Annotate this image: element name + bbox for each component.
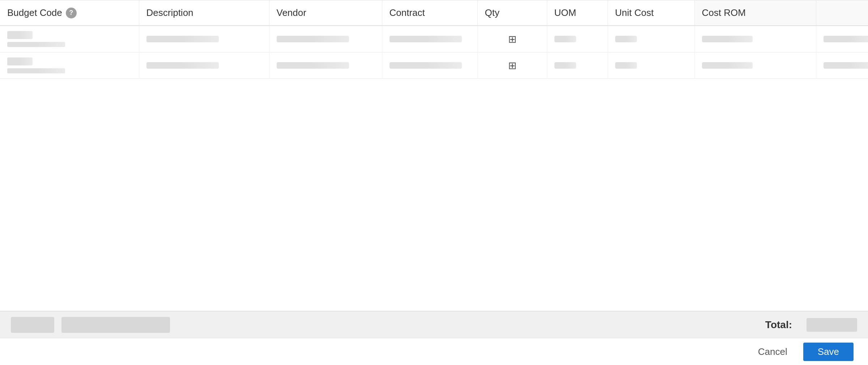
calculator-icon-2[interactable]: ⊞ xyxy=(485,60,540,72)
cell-description-1 xyxy=(139,26,269,52)
cell-qty-val-1 xyxy=(547,26,608,52)
cell-unit-cost-2 xyxy=(694,52,816,79)
skeleton-description-2 xyxy=(146,62,219,69)
bottom-total-bar: Total: xyxy=(0,311,868,338)
col-header-contract: Contract xyxy=(382,0,477,26)
total-value-placeholder xyxy=(807,318,857,332)
skeleton-contract-1 xyxy=(390,36,462,42)
col-header-budget: Budget Code ? xyxy=(0,0,139,26)
cell-contract-2 xyxy=(382,52,477,79)
table-container: Budget Code ? Description Vendor Contrac… xyxy=(0,0,868,311)
cell-description-2 xyxy=(139,52,269,79)
skeleton-budget-tag-1 xyxy=(7,31,33,39)
skeleton-qty-2 xyxy=(554,62,576,69)
col-header-qty: Qty xyxy=(477,0,547,26)
skeleton-description-1 xyxy=(146,36,219,42)
skeleton-unit-cost-1 xyxy=(702,36,753,42)
col-header-description: Description xyxy=(139,0,269,26)
cell-contract-1 xyxy=(382,26,477,52)
skeleton-unit-cost-2 xyxy=(702,62,753,69)
bottom-placeholder-btn-2[interactable] xyxy=(61,317,170,333)
cell-cost-rom-1 xyxy=(816,26,868,52)
cell-unit-cost-1 xyxy=(694,26,816,52)
save-button[interactable]: Save xyxy=(803,343,854,361)
cell-uom-1 xyxy=(608,26,694,52)
skeleton-budget-tag-2 xyxy=(7,57,33,65)
cancel-button[interactable]: Cancel xyxy=(749,343,796,361)
total-label: Total: xyxy=(765,319,792,331)
skeleton-vendor-2 xyxy=(277,62,349,69)
cell-budget-2 xyxy=(0,52,139,79)
calculator-icon-1[interactable]: ⊞ xyxy=(485,33,540,45)
cell-qty-1[interactable]: ⊞ xyxy=(477,26,547,52)
skeleton-uom-1 xyxy=(615,36,637,42)
cell-qty-val-2 xyxy=(547,52,608,79)
table-header-row: Budget Code ? Description Vendor Contrac… xyxy=(0,0,868,26)
main-table: Budget Code ? Description Vendor Contrac… xyxy=(0,0,868,79)
cell-vendor-2 xyxy=(269,52,382,79)
skeleton-vendor-1 xyxy=(277,36,349,42)
col-header-lock-empty xyxy=(816,0,868,26)
budget-code-label: Budget Code xyxy=(7,7,62,18)
col-header-vendor: Vendor xyxy=(269,0,382,26)
col-header-unit-cost: Unit Cost xyxy=(608,0,694,26)
cell-qty-2[interactable]: ⊞ xyxy=(477,52,547,79)
bottom-placeholder-btn-1[interactable] xyxy=(11,317,54,333)
cell-vendor-1 xyxy=(269,26,382,52)
cell-budget-1 xyxy=(0,26,139,52)
table-row: ⊞ 🔒 xyxy=(0,26,868,52)
skeleton-budget-sub-1 xyxy=(7,42,65,47)
cell-cost-rom-2 xyxy=(816,52,868,79)
col-header-uom: UOM xyxy=(547,0,608,26)
page-wrapper: Budget Code ? Description Vendor Contrac… xyxy=(0,0,868,365)
skeleton-cost-rom-2 xyxy=(824,62,868,69)
footer-action-bar: Cancel Save xyxy=(0,338,868,365)
col-header-cost-rom: Cost ROM xyxy=(694,0,816,26)
skeleton-cost-rom-1 xyxy=(824,36,868,42)
cell-uom-2 xyxy=(608,52,694,79)
skeleton-qty-1 xyxy=(554,36,576,42)
skeleton-contract-2 xyxy=(390,62,462,69)
help-icon[interactable]: ? xyxy=(66,8,77,18)
skeleton-budget-sub-2 xyxy=(7,68,65,73)
skeleton-uom-2 xyxy=(615,62,637,69)
table-row: ⊞ 🔒 xyxy=(0,52,868,79)
